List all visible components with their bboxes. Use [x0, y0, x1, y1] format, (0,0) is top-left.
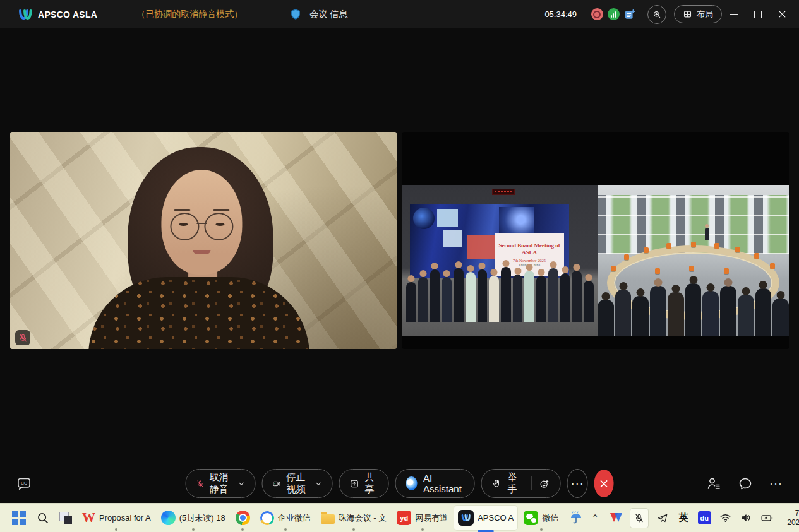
led-banner	[492, 189, 515, 195]
muted-mic-badge	[15, 330, 30, 345]
wecom-icon	[258, 509, 276, 527]
wecom-window-title: 企业微信	[278, 512, 311, 524]
taskbar-app-wps[interactable]: W Proposal for A	[78, 505, 155, 531]
stage-photo-scene: Second Board Meeting of ASLA 7th Novembe…	[402, 185, 598, 336]
edge-window-title: (5封未读) 18	[179, 512, 225, 524]
taskbar-weather-button[interactable]	[564, 505, 588, 531]
raise-hand-label: 举手	[507, 471, 522, 495]
wechat-icon	[524, 511, 538, 525]
cc-text: CC	[21, 481, 27, 485]
presenter-figure	[705, 228, 709, 240]
shield-icon	[289, 8, 302, 21]
recording-indicator-icon[interactable]	[591, 8, 603, 21]
divider	[531, 476, 531, 490]
stop-video-label: 停止视频	[287, 471, 309, 495]
tray-vlogo-icon[interactable]	[609, 510, 623, 526]
share-screen-button[interactable]: 共享	[339, 469, 389, 498]
stop-video-button[interactable]: 停止视频	[262, 469, 333, 498]
tray-baidu-icon[interactable]: du	[697, 510, 711, 526]
mic-muted-icon	[18, 333, 28, 343]
chevron-down-icon[interactable]	[238, 480, 245, 487]
taskbar-app-explorer[interactable]: 珠海会议 - 文	[316, 505, 392, 531]
chevron-down-icon[interactable]	[315, 480, 322, 487]
minimize-icon	[730, 14, 738, 15]
tray-mic-muted-icon[interactable]	[630, 508, 649, 528]
taskbar-search-button[interactable]	[32, 505, 54, 531]
ai-assistant-label: AI Assistant	[423, 473, 464, 494]
taskbar-clock[interactable]: 7:49:38 2025/11/7	[787, 509, 799, 528]
unmute-label: 取消静音	[210, 471, 232, 495]
video-tile-self[interactable]	[10, 132, 397, 349]
clock-time: 7:49:38	[795, 509, 799, 518]
youdao-icon: yd	[397, 511, 411, 525]
chat-button[interactable]	[738, 476, 753, 491]
participants-button[interactable]	[706, 476, 721, 491]
weather-umbrella-icon	[568, 511, 584, 526]
title-bar: APSCO ASLA （已协调的取消静音模式） 会议 信息 05:34:49	[0, 0, 799, 28]
unmute-button[interactable]: 取消静音	[185, 469, 256, 498]
meeting-toolbar: CC 取消静音 停止视频	[0, 465, 799, 502]
wechat-window-title: 微信	[542, 512, 558, 524]
remote-video-content: Second Board Meeting of ASLA 7th Novembe…	[402, 185, 789, 336]
windows-logo-icon	[12, 511, 26, 525]
toolbar-more-button[interactable]: ···	[769, 477, 783, 490]
tray-telegram-icon[interactable]	[656, 510, 670, 526]
restore-icon	[754, 11, 762, 18]
restore-button[interactable]	[746, 0, 770, 28]
reaction-emoji-icon[interactable]	[539, 477, 550, 490]
edge-icon	[161, 511, 176, 525]
task-view-icon	[59, 512, 72, 524]
windows-taskbar: W Proposal for A (5封未读) 18 企业微信 珠海会议	[0, 503, 799, 532]
taskbar-app-voov-active[interactable]: APSCO A	[454, 505, 518, 531]
ai-assistant-button[interactable]: AI Assistant	[395, 469, 475, 498]
meeting-room-scene	[598, 185, 789, 336]
search-icon	[36, 511, 49, 524]
meeting-info-button[interactable]: 会议 信息	[309, 9, 347, 20]
taskbar-app-youdao[interactable]: yd 网易有道	[392, 505, 452, 531]
share-icon	[350, 477, 359, 490]
mic-muted-icon	[196, 477, 204, 490]
meeting-notes-icon[interactable]	[623, 8, 636, 21]
volume-icon[interactable]	[739, 510, 753, 526]
leave-meeting-button[interactable]	[594, 470, 614, 497]
taskbar-app-wechat[interactable]: 微信	[519, 505, 563, 531]
tray-overflow-chevron[interactable]: ⌃	[588, 510, 602, 526]
earth-graphic	[413, 208, 435, 229]
active-app-indicator	[478, 530, 494, 532]
mute-mode-notice: （已协调的取消静音模式）	[136, 9, 243, 20]
grid-layout-icon	[683, 9, 692, 19]
close-button[interactable]	[770, 0, 794, 28]
minimize-button[interactable]	[722, 0, 746, 28]
layout-button[interactable]: 布局	[674, 5, 722, 23]
ime-language-indicator[interactable]: 英	[676, 510, 690, 526]
chrome-icon	[236, 511, 250, 525]
start-button[interactable]	[8, 505, 30, 531]
explorer-window-title: 珠海会议 - 文	[339, 512, 387, 524]
taskbar-app-chrome[interactable]	[231, 505, 255, 531]
taskbar-app-edge[interactable]: (5封未读) 18	[157, 505, 230, 531]
more-options-button[interactable]: ···	[567, 469, 588, 498]
network-quality-icon[interactable]	[607, 8, 620, 21]
close-icon	[778, 9, 787, 19]
task-view-button[interactable]	[55, 505, 76, 531]
taskbar-app-wecom[interactable]: 企业微信	[256, 505, 315, 531]
ai-assistant-icon	[406, 476, 418, 490]
video-tile-remote[interactable]: Second Board Meeting of ASLA 7th Novembe…	[402, 132, 789, 349]
glasses	[170, 213, 199, 240]
close-icon	[599, 478, 610, 489]
meeting-elapsed-time: 05:34:49	[544, 9, 577, 19]
layout-label: 布局	[697, 9, 713, 20]
zoom-view-button[interactable]	[647, 5, 666, 24]
wps-window-title: Proposal for A	[99, 513, 151, 523]
meeting-title: APSCO ASLA	[38, 9, 97, 20]
voov-meeting-window: APSCO ASLA （已协调的取消静音模式） 会议 信息 05:34:49	[0, 0, 799, 532]
more-dots: ···	[571, 477, 584, 490]
battery-icon[interactable]	[760, 510, 774, 526]
screen-title: Second Board Meeting of ASLA	[496, 242, 563, 256]
captions-button[interactable]: CC	[16, 476, 32, 491]
share-label: 共享	[365, 471, 378, 495]
raise-hand-reaction-button[interactable]: 举手	[481, 469, 561, 498]
raise-hand-icon	[492, 477, 502, 490]
self-video-figure	[10, 132, 397, 349]
wifi-icon[interactable]	[718, 510, 732, 526]
